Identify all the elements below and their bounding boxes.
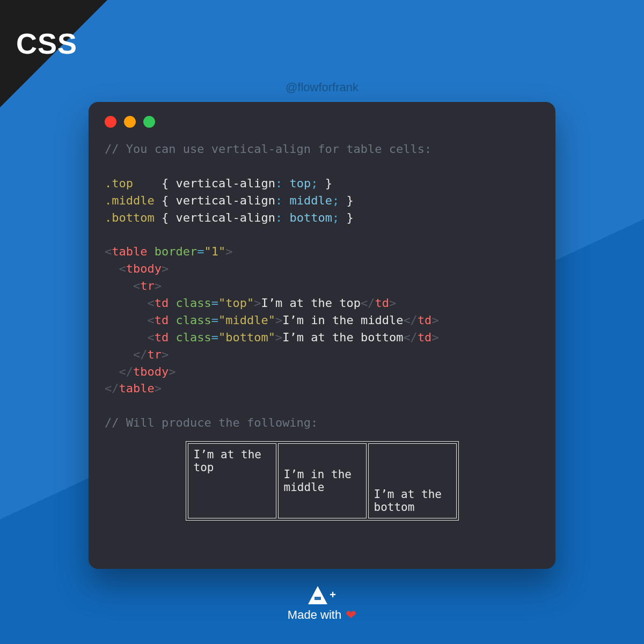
table-row: I’m at the top I’m in the middle I’m at … xyxy=(188,443,457,518)
badge-label: CSS xyxy=(16,27,77,60)
css-selector: .middle xyxy=(105,194,155,207)
code-window: // You can use vertical-align for table … xyxy=(89,102,555,569)
code-block: // You can use vertical-align for table … xyxy=(105,141,539,431)
code-comment: // Will produce the following: xyxy=(105,416,318,429)
demo-output: I’m at the top I’m in the middle I’m at … xyxy=(105,441,539,521)
css-selector: .top xyxy=(105,177,133,190)
cell-top: I’m at the top xyxy=(188,443,276,518)
brand-logo: + xyxy=(308,586,336,604)
maximize-icon[interactable] xyxy=(143,116,155,128)
heart-icon: ❤ xyxy=(346,608,356,623)
window-controls xyxy=(105,116,539,128)
logo-plus-icon: + xyxy=(330,589,336,601)
cell-bottom: I’m at the bottom xyxy=(368,443,457,518)
minimize-icon[interactable] xyxy=(124,116,136,128)
close-icon[interactable] xyxy=(105,116,116,128)
css-selector: .bottom xyxy=(105,211,155,224)
cell-middle: I’m in the middle xyxy=(278,443,367,518)
demo-table: I’m at the top I’m in the middle I’m at … xyxy=(186,441,459,521)
made-with: Made with ❤ xyxy=(0,608,644,623)
logo-a-icon xyxy=(308,586,327,604)
code-comment: // You can use vertical-align for table … xyxy=(105,142,431,156)
footer: + Made with ❤ xyxy=(0,586,644,623)
